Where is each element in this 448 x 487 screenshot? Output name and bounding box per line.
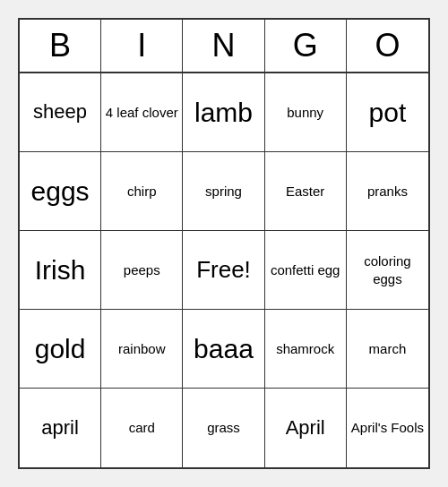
bingo-cell: peeps (101, 231, 183, 310)
cell-text: card (129, 419, 155, 437)
cell-text: Free! (196, 255, 251, 286)
cell-text: pranks (367, 183, 408, 201)
bingo-cell: confetti egg (265, 231, 347, 310)
bingo-cell: chirp (101, 152, 183, 231)
cell-text: spring (205, 183, 242, 201)
bingo-cell: Free! (183, 231, 264, 310)
cell-text: lamb (194, 95, 253, 130)
bingo-cell: coloring eggs (347, 231, 428, 310)
bingo-cell: spring (183, 152, 264, 231)
header-letter: G (265, 20, 347, 72)
bingo-cell: 4 leaf clover (101, 73, 183, 152)
bingo-cell: pot (347, 73, 428, 152)
bingo-cell: april (20, 389, 101, 467)
cell-text: 4 leaf clover (106, 104, 178, 122)
cell-text: gold (35, 331, 86, 366)
cell-text: march (369, 340, 407, 358)
bingo-cell: gold (20, 310, 101, 389)
cell-text: Irish (35, 252, 86, 287)
header-letter: N (183, 20, 264, 72)
bingo-cell: Irish (20, 231, 101, 310)
cell-text: confetti egg (271, 261, 340, 279)
bingo-cell: grass (183, 389, 264, 467)
bingo-cell: eggs (20, 152, 101, 231)
cell-text: april (41, 415, 79, 441)
cell-text: peeps (124, 261, 160, 279)
bingo-cell: shamrock (265, 310, 347, 389)
bingo-header: BINGO (20, 20, 428, 73)
bingo-cell: Easter (265, 152, 347, 231)
header-letter: O (347, 20, 428, 72)
bingo-cell: pranks (347, 152, 428, 231)
bingo-grid: sheep4 leaf cloverlambbunnypoteggschirps… (20, 73, 428, 467)
bingo-cell: baaa (183, 310, 264, 389)
bingo-cell: April's Fools (347, 389, 428, 467)
bingo-cell: card (101, 389, 183, 467)
cell-text: pot (369, 95, 407, 130)
cell-text: bunny (287, 104, 323, 122)
cell-text: shamrock (276, 340, 334, 358)
bingo-card: BINGO sheep4 leaf cloverlambbunnypoteggs… (18, 18, 430, 469)
cell-text: Easter (286, 183, 324, 201)
cell-text: April's Fools (351, 419, 424, 437)
bingo-cell: march (347, 310, 428, 389)
cell-text: eggs (31, 174, 90, 209)
cell-text: coloring eggs (350, 252, 425, 287)
cell-text: grass (207, 419, 240, 437)
header-letter: I (101, 20, 183, 72)
bingo-cell: rainbow (101, 310, 183, 389)
cell-text: April (286, 415, 325, 441)
header-letter: B (20, 20, 101, 72)
cell-text: baaa (194, 331, 254, 366)
cell-text: chirp (127, 183, 157, 201)
cell-text: sheep (33, 99, 87, 125)
cell-text: rainbow (118, 340, 166, 358)
bingo-cell: bunny (265, 73, 347, 152)
bingo-cell: April (265, 389, 347, 467)
bingo-cell: sheep (20, 73, 101, 152)
bingo-cell: lamb (183, 73, 264, 152)
